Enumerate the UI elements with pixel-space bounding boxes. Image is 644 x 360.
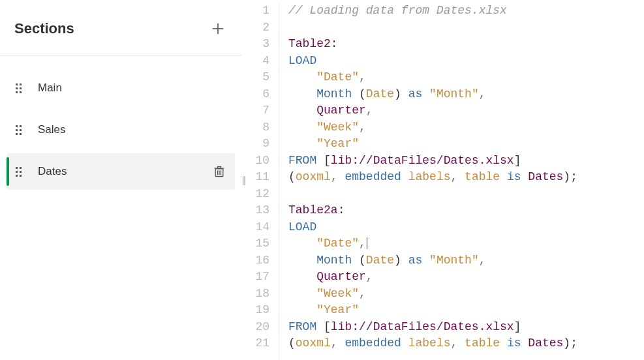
line-number: 2 [241, 20, 269, 37]
script-editor[interactable]: 123456789101112131415161718192021 // Loa… [241, 0, 644, 360]
code-line[interactable]: Month (Date) as "Month", [288, 86, 577, 103]
line-number: 11 [241, 169, 269, 186]
plus-icon [211, 22, 225, 36]
code-line[interactable]: LOAD [288, 219, 577, 236]
line-number: 9 [241, 136, 269, 153]
line-number: 1 [241, 3, 269, 20]
line-number: 18 [241, 286, 269, 303]
line-number: 12 [241, 186, 269, 203]
code-line[interactable] [288, 186, 577, 203]
line-number: 6 [241, 86, 269, 103]
line-number: 5 [241, 69, 269, 86]
trash-icon [213, 164, 226, 179]
section-item-label: Sales [38, 123, 226, 136]
line-number: 19 [241, 302, 269, 319]
code-line[interactable]: LOAD [288, 53, 577, 70]
code-line[interactable]: "Week", [288, 286, 577, 303]
code-line[interactable] [288, 20, 577, 37]
code-line[interactable]: (ooxml, embedded labels, table is Dates)… [288, 169, 577, 186]
delete-section-button[interactable] [213, 164, 226, 179]
code-area[interactable]: // Loading data from Dates.xlsx Table2:L… [279, 3, 577, 360]
code-line[interactable]: Table2a: [288, 202, 577, 219]
sections-sidebar: Sections MainSalesDates || [0, 0, 241, 360]
code-line[interactable]: // Loading data from Dates.xlsx [288, 3, 577, 20]
code-line[interactable]: "Year" [288, 136, 577, 153]
drag-handle-icon[interactable] [16, 80, 26, 96]
code-line[interactable]: Quarter, [288, 102, 577, 119]
add-section-button[interactable] [209, 20, 227, 38]
line-number: 13 [241, 202, 269, 219]
line-number: 16 [241, 252, 269, 269]
code-line[interactable]: (ooxml, embedded labels, table is Dates)… [288, 335, 577, 352]
app-root: Sections MainSalesDates || 1234567891011… [0, 0, 644, 360]
line-number: 21 [241, 335, 269, 352]
section-item-label: Dates [38, 165, 213, 178]
code-line[interactable]: "Week", [288, 119, 577, 136]
line-number: 15 [241, 235, 269, 252]
section-list: MainSalesDates [0, 55, 241, 196]
drag-handle-icon[interactable] [16, 122, 26, 138]
section-item-main[interactable]: Main [7, 70, 235, 106]
line-number: 7 [241, 102, 269, 119]
code-line[interactable]: "Date", [288, 235, 577, 252]
drag-handle-icon[interactable] [16, 164, 26, 179]
code-line[interactable]: "Year" [288, 302, 577, 319]
sidebar-header: Sections [0, 0, 241, 51]
section-item-dates[interactable]: Dates [7, 153, 235, 190]
line-number-gutter: 123456789101112131415161718192021 [241, 3, 279, 360]
text-cursor [367, 237, 367, 249]
code-line[interactable]: Table2: [288, 36, 577, 53]
line-number: 10 [241, 153, 269, 170]
resize-handle[interactable]: || [242, 175, 245, 185]
line-number: 17 [241, 269, 269, 286]
line-number: 3 [241, 36, 269, 53]
svg-rect-7 [218, 167, 221, 169]
code-line[interactable]: Quarter, [288, 269, 577, 286]
code-line[interactable]: "Date", [288, 69, 577, 86]
code-line[interactable]: Month (Date) as "Month", [288, 252, 577, 269]
section-item-sales[interactable]: Sales [7, 112, 235, 148]
line-number: 8 [241, 119, 269, 136]
sidebar-title: Sections [14, 20, 74, 37]
code-line[interactable]: FROM [lib://DataFiles/Dates.xlsx] [288, 153, 577, 170]
line-number: 4 [241, 53, 269, 70]
line-number: 14 [241, 219, 269, 236]
code-line[interactable]: FROM [lib://DataFiles/Dates.xlsx] [288, 319, 577, 336]
section-item-label: Main [38, 82, 226, 95]
line-number: 20 [241, 319, 269, 336]
